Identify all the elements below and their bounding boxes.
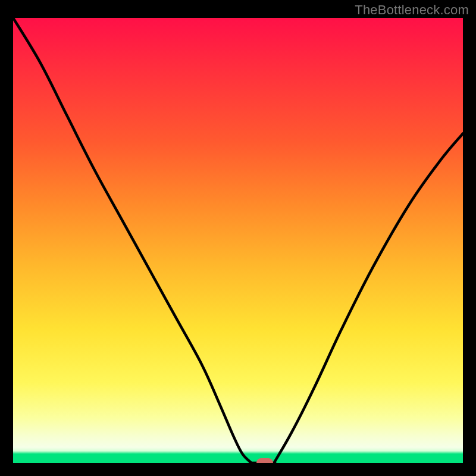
bottleneck-curve <box>13 18 463 463</box>
watermark-text: TheBottleneck.com <box>355 2 469 18</box>
optimal-point-marker <box>256 458 273 463</box>
plot-area <box>13 18 463 463</box>
chart-frame: TheBottleneck.com <box>0 0 476 476</box>
